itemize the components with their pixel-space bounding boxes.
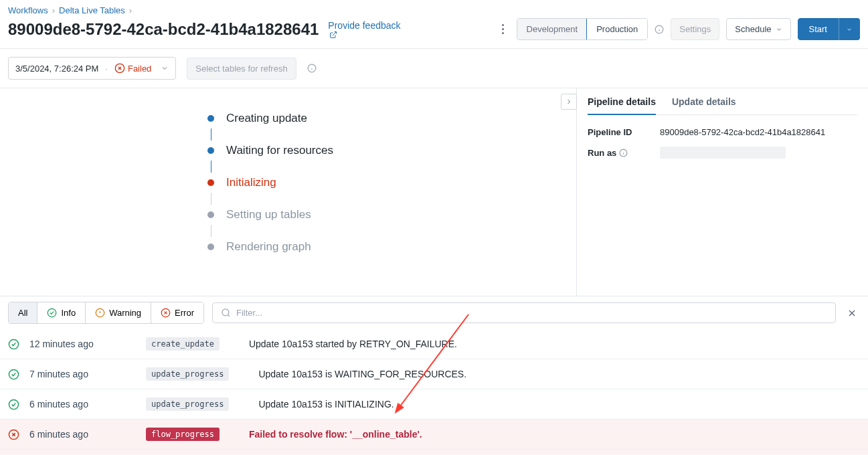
chevron-right-icon: › <box>52 5 55 15</box>
step-waiting-resources: Waiting for resources <box>207 141 576 161</box>
info-icon <box>619 149 628 157</box>
log-search-input[interactable] <box>236 308 827 318</box>
feedback-label: Provide feedback <box>328 20 400 31</box>
error-circle-icon <box>8 429 20 440</box>
log-row[interactable]: 6 minutes agoflow_progressFailed to reso… <box>0 420 868 450</box>
svg-point-25 <box>9 399 18 409</box>
start-button[interactable]: Start <box>798 18 839 40</box>
svg-point-24 <box>9 369 18 379</box>
start-dropdown-button[interactable] <box>839 18 860 40</box>
mode-toggle: Development Production <box>517 18 648 40</box>
log-message: Update 10a153 started by RETRY_ON_FAILUR… <box>229 339 860 349</box>
log-time: 6 minutes ago <box>29 429 137 440</box>
log-message: Update 10a153 is WAITING_FOR_RESOURCES. <box>238 369 860 379</box>
log-tag: update_progress <box>146 367 229 381</box>
log-row[interactable]: 12 minutes agocreate_updateUpdate 10a153… <box>0 329 868 359</box>
schedule-label: Schedule <box>735 24 771 34</box>
check-circle-icon <box>47 308 57 318</box>
check-circle-icon <box>8 339 20 350</box>
mode-production-button[interactable]: Production <box>586 18 648 40</box>
chevron-down-icon <box>846 26 853 33</box>
svg-point-19 <box>222 309 229 316</box>
svg-line-20 <box>228 314 230 316</box>
chevron-down-icon <box>161 64 169 72</box>
label-run-as: Run as <box>588 148 660 158</box>
tab-pipeline-details[interactable]: Pipeline details <box>588 96 656 115</box>
label-pipeline-id: Pipeline ID <box>588 127 660 137</box>
warning-circle-icon <box>95 308 105 318</box>
run-selector[interactable]: 3/5/2024, 7:26:24 PM · Failed <box>8 57 176 80</box>
log-list: 12 minutes agocreate_updateUpdate 10a153… <box>0 329 868 455</box>
select-tables-refresh-button[interactable]: Select tables for refresh <box>187 58 296 80</box>
filter-info-button[interactable]: Info <box>37 302 86 323</box>
log-row[interactable]: 6 minutes agoupdate_progressUpdate 10a15… <box>0 389 868 420</box>
log-time: 7 minutes ago <box>29 369 137 379</box>
settings-button[interactable]: Settings <box>671 18 719 40</box>
close-icon <box>847 308 857 318</box>
schedule-button[interactable]: Schedule <box>726 18 790 40</box>
chevron-right-icon: › <box>129 5 132 15</box>
collapse-sidebar-button[interactable] <box>561 94 577 110</box>
log-tag: flow_progress <box>146 428 220 441</box>
breadcrumb-dlt[interactable]: Delta Live Tables <box>59 5 125 15</box>
external-link-icon <box>329 31 337 39</box>
step-creating-update: Creating update <box>207 108 576 128</box>
chevron-down-icon <box>776 26 782 33</box>
error-circle-icon <box>114 63 125 74</box>
details-tabs: Pipeline details Update details <box>588 96 857 115</box>
log-message: Failed to resolve flow: '__online_table'… <box>229 429 860 440</box>
breadcrumb-workflows[interactable]: Workflows <box>8 5 48 15</box>
step-rendering-graph: Rendering graph <box>207 237 576 257</box>
log-message: Update 10a153 is INITIALIZING. <box>238 399 860 410</box>
pipeline-steps: Creating update Waiting for resources In… <box>207 108 576 257</box>
svg-point-12 <box>48 308 57 317</box>
mode-development-button[interactable]: Development <box>517 19 588 39</box>
filter-all-button[interactable]: All <box>9 302 37 323</box>
chevron-right-icon <box>565 98 573 106</box>
log-search[interactable] <box>212 302 836 323</box>
filter-error-button[interactable]: Error <box>151 302 203 323</box>
error-circle-icon <box>161 308 171 318</box>
value-run-as-redacted <box>660 147 786 159</box>
log-tag: create_update <box>146 337 220 351</box>
step-initializing: Initializing <box>207 173 576 193</box>
log-level-filter: All Info Warning Error <box>8 302 204 324</box>
log-row[interactable]: 6 minutes agoupdate_progressUpdate 10a15… <box>0 450 868 455</box>
run-status: Failed <box>114 63 151 74</box>
svg-point-23 <box>9 339 18 349</box>
step-setting-up-tables: Setting up tables <box>207 205 576 225</box>
filter-warning-button[interactable]: Warning <box>86 302 151 323</box>
info-icon[interactable] <box>307 64 317 73</box>
check-circle-icon <box>8 369 20 380</box>
page-title: 89009de8-5792-42ca-bcd2-41b4a1828641 <box>8 20 319 39</box>
info-icon[interactable] <box>655 25 664 34</box>
log-time: 12 minutes ago <box>29 339 137 349</box>
log-time: 6 minutes ago <box>29 399 137 410</box>
log-row[interactable]: 7 minutes agoupdate_progressUpdate 10a15… <box>0 359 868 389</box>
log-tag: update_progress <box>146 397 229 411</box>
breadcrumb: Workflows › Delta Live Tables › <box>8 5 860 15</box>
close-logs-button[interactable] <box>844 305 860 321</box>
value-pipeline-id: 89009de8-5792-42ca-bcd2-41b4a1828641 <box>660 127 825 137</box>
provide-feedback-link[interactable]: Provide feedback <box>328 20 400 39</box>
more-menu-button[interactable] <box>497 21 510 37</box>
search-icon <box>221 308 231 318</box>
tab-update-details[interactable]: Update details <box>672 96 736 114</box>
run-timestamp: 3/5/2024, 7:26:24 PM <box>15 64 98 74</box>
check-circle-icon <box>8 399 20 410</box>
